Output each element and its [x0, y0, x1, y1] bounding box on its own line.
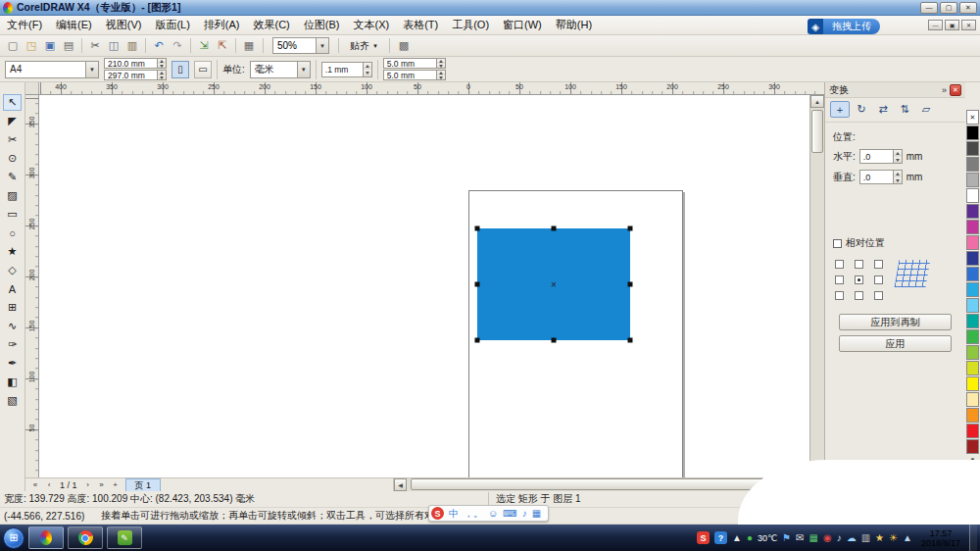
- tray-icon-2[interactable]: ▲: [732, 533, 742, 543]
- add-page-button[interactable]: +: [109, 478, 122, 491]
- anchor-cell-0[interactable]: [835, 260, 844, 269]
- nudge-distance-field[interactable]: .1 mm: [321, 62, 372, 77]
- vertical-scrollbar[interactable]: ▲ ▼: [809, 95, 824, 477]
- tray-icon-9[interactable]: ♪: [837, 533, 842, 543]
- size-transform-button[interactable]: ⇅: [895, 101, 914, 118]
- menu-item-7[interactable]: 文本(X): [346, 15, 396, 35]
- menu-item-10[interactable]: 窗口(W): [496, 15, 549, 35]
- tray-icon-13[interactable]: ☀: [889, 533, 898, 543]
- vertical-scroll-thumb[interactable]: [811, 110, 823, 153]
- color-swatch-11[interactable]: [966, 282, 979, 297]
- previous-page-button[interactable]: ‹: [42, 478, 56, 491]
- maximize-button[interactable]: ▢: [940, 2, 957, 14]
- close-button[interactable]: ✕: [959, 2, 977, 14]
- coreldraw-taskbar-button[interactable]: [28, 526, 64, 549]
- color-swatch-16[interactable]: [966, 361, 979, 376]
- color-swatch-4[interactable]: [966, 173, 979, 187]
- menu-item-5[interactable]: 效果(C): [247, 15, 297, 35]
- tray-icon-7[interactable]: ▦: [808, 533, 817, 543]
- tray-icon-5[interactable]: ⚑: [782, 533, 791, 543]
- ime-icon-0[interactable]: 中: [449, 509, 459, 519]
- ime-icon-3[interactable]: ⌨: [503, 509, 516, 519]
- anchor-cell-3[interactable]: [835, 276, 844, 284]
- drawing-canvas[interactable]: ×: [39, 95, 809, 477]
- selection-handle[interactable]: [475, 226, 480, 231]
- new-icon[interactable]: ▢: [4, 37, 22, 55]
- selection-handle[interactable]: [628, 282, 633, 287]
- vertical-value-field[interactable]: .0: [859, 170, 903, 184]
- tray-badge-0[interactable]: S: [697, 531, 710, 544]
- apply-button[interactable]: 应用: [839, 335, 952, 352]
- fill-tool[interactable]: ◧: [3, 374, 22, 390]
- start-button[interactable]: ⊞: [3, 527, 24, 549]
- color-swatch-1[interactable]: [966, 125, 979, 140]
- horizontal-ruler[interactable]: 4003503002502001501005005010015020025030…: [39, 82, 824, 95]
- copy-icon[interactable]: ◫: [105, 37, 122, 55]
- tray-icon-10[interactable]: ☁: [847, 533, 857, 543]
- tray-icon-3[interactable]: ●: [747, 533, 753, 543]
- menu-item-9[interactable]: 工具(O): [445, 15, 496, 35]
- color-swatch-6[interactable]: [966, 204, 979, 219]
- eyedropper-tool[interactable]: ✑: [3, 336, 22, 353]
- ime-icon-5[interactable]: ▦: [532, 509, 541, 519]
- shape-tool[interactable]: ◤: [3, 113, 22, 129]
- ime-icon-4[interactable]: ♪: [522, 509, 527, 519]
- text-tool[interactable]: A: [3, 280, 22, 297]
- anchor-cell-2[interactable]: [874, 260, 883, 269]
- tray-badge-1[interactable]: ?: [714, 531, 727, 544]
- cut-icon[interactable]: ✂: [86, 37, 104, 55]
- sogou-ime-bar[interactable]: S 中，。☺⌨♪▦: [428, 505, 549, 522]
- anchor-cell-1[interactable]: [855, 260, 863, 269]
- interactive-fill-tool[interactable]: ▧: [3, 392, 22, 409]
- anchor-cell-8[interactable]: [874, 291, 883, 300]
- show-desktop-button[interactable]: [969, 525, 977, 551]
- paste-icon[interactable]: ▥: [123, 37, 141, 55]
- page-tab[interactable]: 页 1: [125, 478, 162, 491]
- tray-icon-6[interactable]: ✉: [796, 533, 804, 543]
- table-tool[interactable]: ⊞: [3, 299, 22, 316]
- color-swatch-2[interactable]: [966, 141, 979, 156]
- landscape-button[interactable]: ▭: [194, 61, 212, 78]
- color-swatch-19[interactable]: [966, 408, 979, 423]
- paper-width-field[interactable]: 210.0 mm: [104, 58, 167, 69]
- blend-tool[interactable]: ∿: [3, 318, 22, 334]
- color-swatch-17[interactable]: [966, 376, 979, 391]
- doc-close-button[interactable]: ✕: [961, 20, 976, 30]
- menu-item-1[interactable]: 编辑(E): [49, 15, 99, 35]
- color-swatch-21[interactable]: [966, 439, 979, 454]
- menu-item-2[interactable]: 视图(V): [99, 15, 149, 35]
- basic-shapes-tool[interactable]: ◇: [3, 262, 22, 278]
- selection-handle[interactable]: [552, 338, 557, 343]
- ime-icon-2[interactable]: ☺: [488, 509, 498, 519]
- color-swatch-12[interactable]: [966, 298, 979, 313]
- tray-icon-8[interactable]: ◉: [823, 533, 832, 543]
- freehand-tool[interactable]: ✎: [3, 169, 22, 185]
- units-select[interactable]: 毫米 ▼: [250, 61, 311, 78]
- color-swatch-5[interactable]: [966, 188, 979, 203]
- rectangle-tool[interactable]: ▭: [3, 206, 22, 223]
- color-swatch-18[interactable]: [966, 392, 979, 407]
- smart-fill-tool[interactable]: ▨: [3, 187, 22, 204]
- notes-taskbar-button[interactable]: [107, 526, 142, 549]
- upload-badge[interactable]: ◈ 拖拽上传: [808, 19, 880, 34]
- ellipse-tool[interactable]: ○: [3, 225, 22, 241]
- menu-item-3[interactable]: 版面(L): [148, 15, 196, 35]
- paper-preset-select[interactable]: A4 ▼: [5, 61, 99, 78]
- ime-icon-1[interactable]: ，。: [464, 509, 483, 519]
- menu-item-6[interactable]: 位图(B): [297, 15, 347, 35]
- menu-item-4[interactable]: 排列(A): [197, 15, 247, 35]
- sogou-logo-icon[interactable]: S: [431, 507, 444, 520]
- minimize-button[interactable]: —: [920, 2, 938, 14]
- scroll-up-icon[interactable]: ▲: [810, 95, 824, 108]
- first-page-button[interactable]: «: [28, 478, 42, 491]
- scroll-left-icon[interactable]: ◀: [394, 478, 407, 491]
- color-swatch-3[interactable]: [966, 157, 979, 172]
- anchor-cell-4[interactable]: [855, 276, 863, 284]
- scale-mirror-transform-button[interactable]: ⇄: [873, 101, 893, 118]
- options-icon[interactable]: ▩: [395, 37, 413, 55]
- skew-transform-button[interactable]: ▱: [916, 101, 936, 118]
- zoom-level-select[interactable]: 50% ▼: [272, 37, 329, 54]
- chrome-taskbar-button[interactable]: [68, 526, 103, 549]
- application-launcher-icon[interactable]: ▦: [240, 37, 258, 55]
- color-swatch-14[interactable]: [966, 329, 979, 344]
